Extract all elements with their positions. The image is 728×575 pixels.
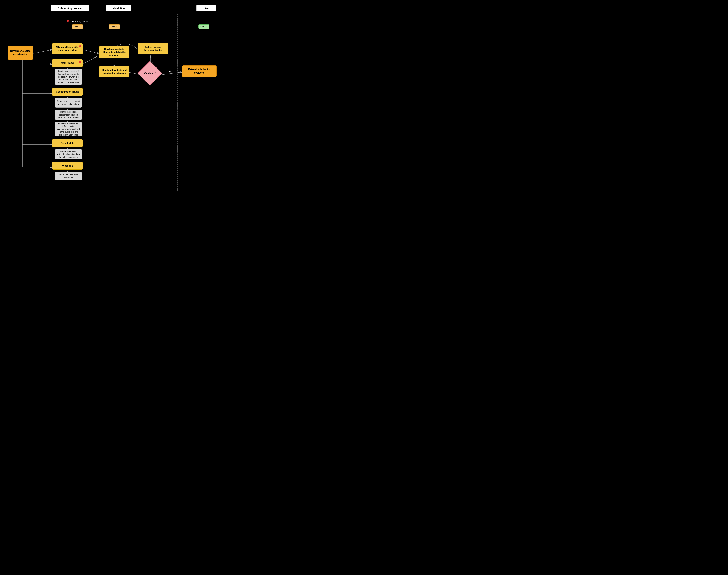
node-failure-reasons-label: Failure reasons Developer iterates [140, 46, 166, 52]
node-default-data-desc-label: Define the default extension data stored… [57, 150, 80, 159]
node-validated-diamond: Validated? [141, 65, 159, 82]
node-webhook-desc-label: Set a URL to receive webhooks [57, 173, 80, 179]
node-config-desc3: Handlebars template to define how the co… [55, 122, 82, 136]
node-dev-contacts-label: Developer contacts Chaster to validate t… [101, 48, 127, 57]
node-main-iframe-desc: Create a web page (JS frontend applicati… [55, 69, 82, 85]
node-default-data-label: Default data [61, 142, 74, 145]
node-config-desc2: Define the default partner configuration… [55, 110, 82, 120]
node-config-desc3-label: Handlebars template to define how the co… [57, 122, 80, 136]
header-live: Live [197, 5, 216, 11]
node-main-iframe-label: Main iframe [61, 62, 74, 65]
mandatory-star-fills: ✱ [78, 44, 81, 48]
header-onboarding: Onboarding process [50, 5, 90, 11]
node-fills-global: Fills global information (name, descript… [52, 43, 83, 55]
node-dev-creates: Developer creates an extension [8, 46, 33, 60]
node-main-iframe-desc-label: Create a web page (JS frontend applicati… [57, 70, 80, 84]
mandatory-star-main: ✱ [78, 60, 81, 64]
node-live-everyone: Extension is live for everyone [182, 65, 217, 77]
node-dev-contacts: Developer contacts Chaster to validate t… [99, 46, 130, 58]
svg-line-9 [83, 57, 97, 64]
live-badge-onboarding: Live: ✗ [72, 24, 83, 29]
node-dev-creates-label: Developer creates an extension [10, 49, 31, 56]
node-live-everyone-label: Extension is live for everyone [184, 68, 214, 74]
svg-text:yes: yes [169, 70, 173, 73]
node-config-desc2-label: Define the default partner configuration… [57, 110, 80, 119]
node-webhook-label: Webhook [62, 164, 73, 167]
live-badge-live: Live: ✓ [198, 24, 209, 29]
node-validated-label: Validated? [144, 72, 156, 75]
svg-line-18 [160, 72, 183, 75]
node-chaster-tests: Chaster admin tests and validates the ex… [99, 66, 130, 77]
header-validation: Validation [106, 5, 132, 11]
diagram-container: yes no Onboarding process Validation Liv… [0, 0, 242, 191]
node-webhook-desc: Set a URL to receive webhooks [55, 172, 82, 180]
node-config-iframe: Configuration iframe [52, 88, 83, 96]
node-config-iframe-label: Configuration iframe [56, 90, 79, 94]
node-main-iframe: Main iframe ✱ [52, 59, 83, 67]
node-failure-reasons: Failure reasons Developer iterates [138, 43, 168, 55]
mandatory-text: : mandatory steps [69, 20, 88, 23]
divider-1 [97, 13, 97, 191]
mandatory-note: ✱: mandatory steps [67, 20, 88, 23]
node-config-desc1: Create a web page to set a partner confi… [55, 98, 82, 108]
node-chaster-tests-label: Chaster admin tests and validates the ex… [101, 69, 127, 75]
mandatory-star: ✱ [67, 20, 69, 23]
node-default-data-desc: Define the default extension data stored… [55, 149, 82, 159]
node-fills-global-label: Fills global information (name, descript… [54, 46, 81, 52]
node-config-desc1-label: Create a web page to set a partner confi… [57, 100, 80, 105]
node-webhook: Webhook [52, 162, 83, 170]
live-badge-validation: Live: ✗ [109, 24, 120, 29]
node-default-data: Default data [52, 139, 83, 147]
svg-line-2 [33, 49, 53, 54]
divider-2 [177, 13, 178, 191]
